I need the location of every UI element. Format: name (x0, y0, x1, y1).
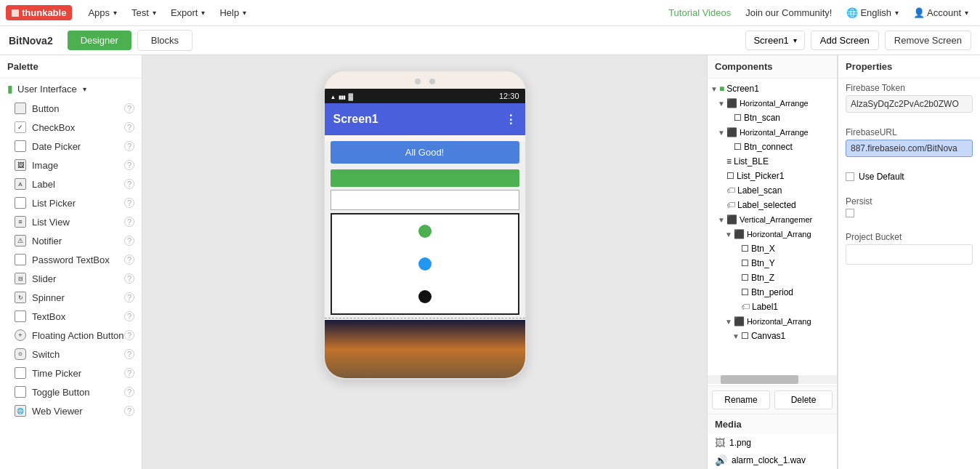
nav-help[interactable]: Help ▾ (212, 0, 254, 26)
remove-screen-button[interactable]: Remove Screen (885, 31, 971, 50)
comp-hscrollbar[interactable] (708, 375, 837, 384)
h-arrange-inner-collapse[interactable]: ▼ (725, 231, 732, 238)
h-arrange-2-collapse[interactable]: ▼ (718, 129, 725, 137)
label1-label: Label1 (752, 302, 778, 312)
btn-scan-label: Btn_scan (744, 113, 780, 123)
comp-screen1[interactable]: ▼ ■ Screen1 (708, 81, 837, 96)
palette-fab[interactable]: + Floating Action Button ? (0, 326, 142, 345)
palette-listpicker[interactable]: List Picker ? (0, 193, 142, 212)
fab-help-icon[interactable]: ? (124, 330, 134, 340)
h-arrange-2nd-collapse[interactable]: ▼ (725, 318, 732, 326)
datepicker-help-icon[interactable]: ? (124, 141, 134, 151)
slider-help-icon[interactable]: ? (124, 273, 134, 284)
second-toolbar: BitNova2 Designer Blocks Screen1 ▾ Add S… (0, 26, 980, 55)
palette-panel: Palette ▮ User Interface ▾ Button ? ✓ Ch… (0, 55, 142, 469)
comp-h-arrange-1[interactable]: ▼ ⬛ Horizontal_Arrange (708, 96, 837, 111)
persist-checkbox[interactable] (846, 209, 854, 217)
comp-h-arrange-2[interactable]: ▼ ⬛ Horizontal_Arrange (708, 125, 837, 140)
media-section: Media 🖼 1.png 🔊 alarm_clock_1.wav (708, 414, 837, 469)
blocks-button[interactable]: Blocks (137, 30, 193, 51)
palette-switch[interactable]: ⊙ Switch ? (0, 345, 142, 364)
notifier-help-icon[interactable]: ? (124, 236, 134, 246)
textbox-help-icon[interactable]: ? (124, 311, 134, 321)
switch-help-icon[interactable]: ? (124, 349, 134, 359)
canvas1-collapse[interactable]: ▼ (732, 332, 740, 340)
timepicker-help-icon[interactable]: ? (124, 368, 134, 378)
h-arrange-2-icon: ⬛ (726, 127, 737, 137)
comp-label-scan[interactable]: 🏷 Label_scan (708, 183, 837, 198)
comp-btn-period[interactable]: ☐ Btn_period (708, 285, 837, 300)
palette-label[interactable]: A Label ? (0, 175, 142, 193)
comp-btn-scan[interactable]: ☐ Btn_scan (708, 111, 837, 125)
palette-password[interactable]: Password TextBox ? (0, 250, 142, 269)
slider-icon: ⊟ (15, 273, 26, 284)
wifi-icon (331, 92, 336, 100)
screen1-collapse[interactable]: ▼ (710, 85, 718, 93)
btn-y-label: Btn_Y (751, 258, 775, 268)
phone-textbox (331, 190, 519, 210)
comp-btn-z[interactable]: ☐ Btn_Z (708, 270, 837, 285)
community-link[interactable]: Join our Community! (740, 7, 838, 18)
label-help-icon[interactable]: ? (124, 179, 134, 189)
button-help-icon[interactable]: ? (124, 103, 134, 113)
vertical-arrange-label: Vertical_Arrangemer (740, 215, 812, 224)
globe-icon: 🌐 (846, 7, 858, 18)
palette-listview[interactable]: ≡ List View ? (0, 212, 142, 231)
nav-apps[interactable]: Apps ▾ (81, 0, 124, 26)
comp-list-ble[interactable]: ≡ List_BLE (708, 154, 837, 169)
checkbox-help-icon[interactable]: ? (124, 122, 134, 132)
palette-spinner[interactable]: ↻ Spinner ? (0, 288, 142, 307)
comp-h-arrange-2nd[interactable]: ▼ ⬛ Horizontal_Arrang (708, 314, 837, 329)
designer-button[interactable]: Designer (68, 31, 131, 50)
firebase-url-value[interactable]: 887.firebaseio.com/BitNova (846, 140, 973, 157)
logo-text: thunkable (22, 7, 66, 18)
palette-checkbox[interactable]: ✓ CheckBox ? (0, 118, 142, 137)
comp-label1[interactable]: 🏷 Label1 (708, 300, 837, 314)
palette-timepicker[interactable]: Time Picker ? (0, 364, 142, 382)
add-screen-button[interactable]: Add Screen (811, 31, 879, 50)
screen-selector[interactable]: Screen1 ▾ (745, 31, 804, 50)
fab-icon: + (15, 329, 26, 341)
password-help-icon[interactable]: ? (124, 254, 134, 265)
vertical-arrange-collapse[interactable]: ▼ (718, 216, 725, 224)
palette-webviewer[interactable]: 🌐 Web Viewer ? (0, 401, 142, 420)
palette-button[interactable]: Button ? (0, 99, 142, 118)
nav-export[interactable]: Export ▾ (163, 0, 213, 26)
webviewer-help-icon[interactable]: ? (124, 406, 134, 416)
comp-btn-connect[interactable]: ☐ Btn_connect (708, 140, 837, 154)
palette-image[interactable]: 🖼 Image ? (0, 156, 142, 175)
comp-vertical-arrange[interactable]: ▼ ⬛ Vertical_Arrangemer (708, 212, 837, 227)
h-arrange-1-collapse[interactable]: ▼ (718, 100, 725, 108)
palette-textbox[interactable]: TextBox ? (0, 307, 142, 326)
image-help-icon[interactable]: ? (124, 160, 134, 170)
project-bucket-input[interactable] (846, 244, 973, 265)
phone-btn-green (331, 169, 519, 187)
ui-section[interactable]: ▮ User Interface ▾ (0, 79, 142, 99)
comp-label-selected[interactable]: 🏷 Label_selected (708, 198, 837, 212)
listpicker-help-icon[interactable]: ? (124, 198, 134, 208)
rename-button[interactable]: Rename (712, 390, 770, 409)
lang-selector[interactable]: 🌐 English ▾ (841, 7, 904, 18)
nav-test[interactable]: Test ▾ (124, 0, 163, 26)
comp-btn-x[interactable]: ☐ Btn_X (708, 241, 837, 256)
listview-help-icon[interactable]: ? (124, 217, 134, 227)
account-menu[interactable]: 👤 Account ▾ (907, 7, 974, 18)
toggle-help-icon[interactable]: ? (124, 387, 134, 397)
account-chevron: ▾ (965, 9, 968, 17)
comp-h-arrange-inner[interactable]: ▼ ⬛ Horizontal_Arrang (708, 227, 837, 241)
properties-panel: Properties Firebase Token AlzaSyDqZc2PvA… (838, 55, 980, 469)
delete-button[interactable]: Delete (774, 390, 833, 409)
palette-slider[interactable]: ⊟ Slider ? (0, 269, 142, 288)
tutorial-link[interactable]: Tutorial Videos (663, 7, 737, 18)
comp-btn-y[interactable]: ☐ Btn_Y (708, 256, 837, 270)
comp-list-picker1[interactable]: ☐ List_Picker1 (708, 169, 837, 183)
comp-canvas1[interactable]: ▼ ☐ Canvas1 (708, 329, 837, 343)
phone-canvas (331, 213, 519, 315)
palette-datepicker[interactable]: Date Picker ? (0, 137, 142, 156)
h-arrange-inner-label: Horizontal_Arrang (747, 230, 811, 238)
palette-notifier[interactable]: ⚠ Notifier ? (0, 231, 142, 250)
palette-toggle[interactable]: Toggle Button ? (0, 382, 142, 401)
phone-title: Screen1 (333, 113, 378, 126)
use-default-checkbox[interactable] (846, 172, 854, 181)
spinner-help-icon[interactable]: ? (124, 292, 134, 302)
